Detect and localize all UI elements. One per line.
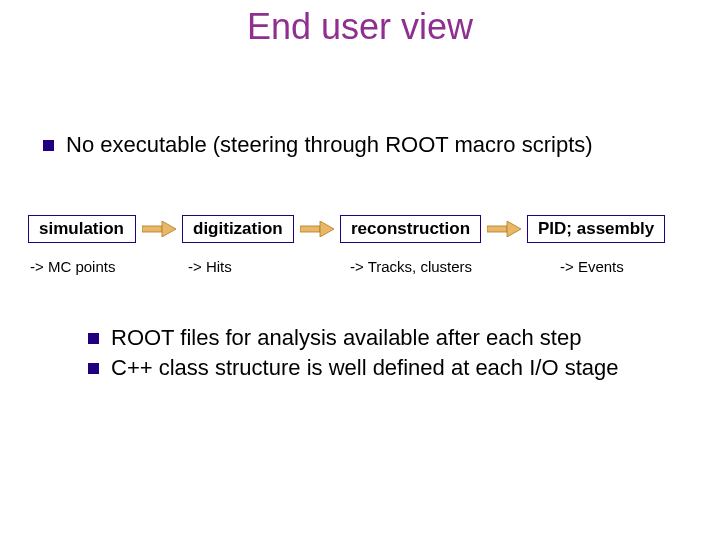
- svg-marker-3: [320, 221, 334, 237]
- flow-outputs: -> MC points -> Hits -> Tracks, clusters…: [30, 258, 624, 275]
- bullet-text: No executable (steering through ROOT mac…: [66, 132, 593, 158]
- bullet-item: C++ class structure is well defined at e…: [88, 355, 688, 381]
- bullet-text: C++ class structure is well defined at e…: [111, 355, 618, 381]
- bullet-section-1: No executable (steering through ROOT mac…: [43, 132, 683, 158]
- arrow-icon: [300, 221, 334, 237]
- bullet-text: ROOT files for analysis available after …: [111, 325, 581, 351]
- flow-diagram: simulation digitization reconstruction P…: [28, 215, 665, 243]
- flow-box-pid-assembly: PID; assembly: [527, 215, 665, 243]
- output-tracks-clusters: -> Tracks, clusters: [350, 258, 560, 275]
- arrow-icon: [142, 221, 176, 237]
- slide-title: End user view: [0, 0, 720, 48]
- bullet-section-2: ROOT files for analysis available after …: [88, 325, 688, 385]
- bullet-marker: [88, 333, 99, 344]
- output-events: -> Events: [560, 258, 624, 275]
- svg-marker-5: [507, 221, 521, 237]
- flow-box-digitization: digitization: [182, 215, 294, 243]
- svg-rect-4: [487, 226, 507, 232]
- bullet-marker: [88, 363, 99, 374]
- output-hits: -> Hits: [188, 258, 350, 275]
- flow-box-simulation: simulation: [28, 215, 136, 243]
- svg-marker-1: [162, 221, 176, 237]
- bullet-item: No executable (steering through ROOT mac…: [43, 132, 683, 158]
- flow-box-reconstruction: reconstruction: [340, 215, 481, 243]
- svg-rect-0: [142, 226, 162, 232]
- svg-rect-2: [300, 226, 320, 232]
- arrow-icon: [487, 221, 521, 237]
- output-mc-points: -> MC points: [30, 258, 188, 275]
- bullet-marker: [43, 140, 54, 151]
- bullet-item: ROOT files for analysis available after …: [88, 325, 688, 351]
